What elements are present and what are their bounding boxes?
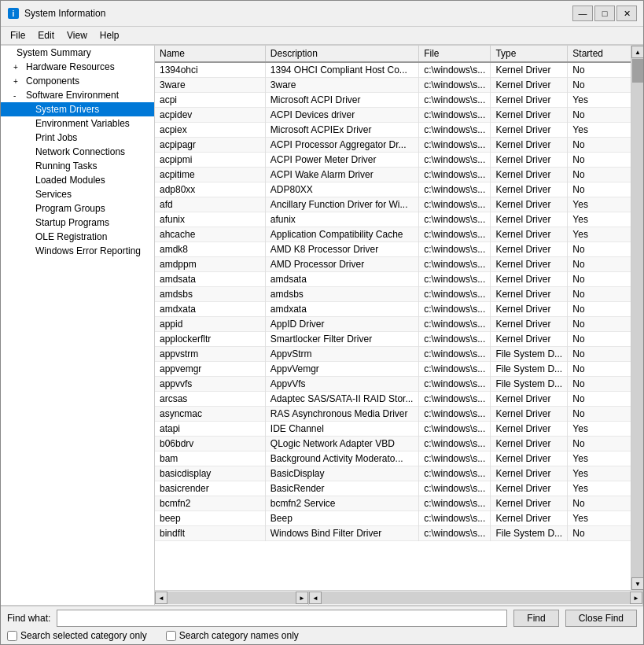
menu-file[interactable]: File — [4, 28, 31, 42]
table-row[interactable]: basicrenderBasicRenderc:\windows\s...Ker… — [155, 481, 631, 496]
menu-edit[interactable]: Edit — [31, 28, 61, 42]
cell-description: AppID Driver — [265, 317, 418, 332]
table-row[interactable]: amdsbsamdsbsc:\windows\s...Kernel Driver… — [155, 287, 631, 302]
table-row[interactable]: asyncmacRAS Asynchronous Media Driverc:\… — [155, 407, 631, 422]
cell-name: atapi — [155, 422, 265, 437]
table-row[interactable]: arcsasAdaptec SAS/SATA-II RAID Stor...c:… — [155, 392, 631, 407]
table-row[interactable]: bcmfn2bcmfn2 Servicec:\windows\s...Kerne… — [155, 496, 631, 511]
sidebar-item-system-summary[interactable]: System Summary — [1, 46, 154, 60]
sidebar-item-environment-variables[interactable]: Environment Variables — [1, 116, 154, 131]
table-row[interactable]: acpipmiACPI Power Meter Driverc:\windows… — [155, 153, 631, 168]
table-row[interactable]: acpitimeACPI Wake Alarm Driverc:\windows… — [155, 168, 631, 182]
close-button[interactable]: ✕ — [616, 6, 637, 21]
sidebar-item-network-connections[interactable]: Network Connections — [1, 145, 154, 159]
table-row[interactable]: amdsataamdsatac:\windows\s...Kernel Driv… — [155, 272, 631, 287]
table-row[interactable]: amdxataamdxatac:\windows\s...Kernel Driv… — [155, 302, 631, 317]
table-row[interactable]: bamBackground Activity Moderato...c:\win… — [155, 452, 631, 466]
sidebar-item-startup-programs[interactable]: Startup Programs — [1, 216, 154, 230]
sidebar-scroll-track[interactable] — [167, 592, 296, 604]
table-scroll-track[interactable] — [322, 592, 630, 604]
sidebar-item-windows-error-reporting[interactable]: Windows Error Reporting — [1, 244, 154, 258]
table-row[interactable]: appvvfsAppvVfsc:\windows\s...File System… — [155, 377, 631, 392]
cell-description: RAS Asynchronous Media Driver — [265, 407, 418, 422]
cell-name: ahcache — [155, 227, 265, 242]
table-scroll-right[interactable]: ► — [630, 592, 642, 604]
col-type[interactable]: Type — [491, 46, 568, 62]
scroll-track[interactable] — [631, 58, 643, 577]
sidebar-hscroll[interactable]: ◄ ► — [155, 591, 309, 605]
table-row[interactable]: applockerfltrSmartlocker Filter Driverc:… — [155, 332, 631, 347]
sidebar-item-services[interactable]: Services — [1, 187, 154, 201]
cell-name: appvemgr — [155, 362, 265, 377]
cell-type: Kernel Driver — [491, 227, 568, 242]
checkbox-category-names[interactable]: Search category names only — [166, 630, 299, 641]
scroll-thumb[interactable] — [632, 59, 643, 83]
close-find-button[interactable]: Close Find — [565, 610, 637, 627]
table-row[interactable]: appvstrmAppvStrmc:\windows\s...File Syst… — [155, 347, 631, 362]
table-row[interactable]: appvemgrAppvVemgrc:\windows\s...File Sys… — [155, 362, 631, 377]
table-hscroll[interactable]: ◄ ► — [309, 591, 643, 605]
cell-type: Kernel Driver — [491, 466, 568, 481]
table-row[interactable]: b06bdrvQLogic Network Adapter VBDc:\wind… — [155, 437, 631, 452]
table-row[interactable]: 3ware3warec:\windows\s...Kernel DriverNo — [155, 78, 631, 93]
table-row[interactable]: atapiIDE Channelc:\windows\s...Kernel Dr… — [155, 422, 631, 437]
cell-started: No — [568, 317, 631, 332]
sidebar-item-software-environment[interactable]: -Software Environment — [1, 88, 154, 102]
table-row[interactable]: appidAppID Driverc:\windows\s...Kernel D… — [155, 317, 631, 332]
checkbox-category-names-input[interactable] — [166, 631, 176, 641]
title-bar: i System Information — □ ✕ — [1, 1, 643, 27]
sidebar-item-system-drivers[interactable]: System Drivers — [1, 102, 154, 116]
vertical-scrollbar[interactable]: ▲ ▼ — [631, 46, 643, 590]
sidebar-label-system-drivers: System Drivers — [35, 104, 99, 115]
table-row[interactable]: afdAncillary Function Driver for Wi...c:… — [155, 197, 631, 212]
cell-name: beep — [155, 511, 265, 526]
cell-file: c:\windows\s... — [419, 153, 491, 168]
cell-started: No — [568, 287, 631, 302]
find-input[interactable] — [57, 610, 507, 627]
sidebar-label-running-tasks: Running Tasks — [35, 160, 98, 171]
sidebar-item-loaded-modules[interactable]: Loaded Modules — [1, 173, 154, 187]
table-row[interactable]: acpiMicrosoft ACPI Driverc:\windows\s...… — [155, 93, 631, 108]
cell-file: c:\windows\s... — [419, 78, 491, 93]
minimize-button[interactable]: — — [572, 6, 593, 21]
cell-file: c:\windows\s... — [419, 317, 491, 332]
maximize-button[interactable]: □ — [594, 6, 615, 21]
cell-type: Kernel Driver — [491, 168, 568, 182]
sidebar[interactable]: System Summary+Hardware Resources+Compon… — [1, 46, 155, 605]
sidebar-item-program-groups[interactable]: Program Groups — [1, 201, 154, 216]
cell-description: QLogic Network Adapter VBD — [265, 437, 418, 452]
checkbox-selected-category-input[interactable] — [7, 631, 17, 641]
col-name[interactable]: Name — [155, 46, 265, 62]
table-container[interactable]: Name Description File Type Started 1394o… — [155, 46, 631, 590]
table-row[interactable]: 1394ohci1394 OHCI Compliant Host Co...c:… — [155, 62, 631, 78]
table-row[interactable]: beepBeepc:\windows\s...Kernel DriverYes — [155, 511, 631, 526]
sidebar-item-components[interactable]: +Components — [1, 74, 154, 88]
table-row[interactable]: ahcacheApplication Compatibility Cachec:… — [155, 227, 631, 242]
sidebar-scroll-left[interactable]: ◄ — [155, 592, 167, 604]
table-row[interactable]: amdk8AMD K8 Processor Driverc:\windows\s… — [155, 242, 631, 257]
table-row[interactable]: bindfltWindows Bind Filter Driverc:\wind… — [155, 526, 631, 541]
sidebar-label-system-summary: System Summary — [17, 47, 91, 58]
sidebar-scroll-right[interactable]: ► — [296, 592, 308, 604]
col-description[interactable]: Description — [265, 46, 418, 62]
sidebar-item-ole-registration[interactable]: OLE Registration — [1, 230, 154, 244]
table-scroll-left[interactable]: ◄ — [309, 592, 322, 604]
sidebar-item-hardware-resources[interactable]: +Hardware Resources — [1, 60, 154, 74]
table-row[interactable]: acpipagrACPI Processor Aggregator Dr...c… — [155, 138, 631, 153]
col-file[interactable]: File — [419, 46, 491, 62]
table-row[interactable]: basicdisplayBasicDisplayc:\windows\s...K… — [155, 466, 631, 481]
table-row[interactable]: afunixafunixc:\windows\s...Kernel Driver… — [155, 212, 631, 227]
table-row[interactable]: acpidevACPI Devices driverc:\windows\s..… — [155, 108, 631, 123]
menu-help[interactable]: Help — [94, 28, 126, 42]
checkbox-selected-category[interactable]: Search selected category only — [7, 630, 147, 641]
find-button[interactable]: Find — [513, 610, 558, 627]
scroll-down-arrow[interactable]: ▼ — [631, 577, 643, 590]
sidebar-item-print-jobs[interactable]: Print Jobs — [1, 131, 154, 145]
table-row[interactable]: amdppmAMD Processor Driverc:\windows\s..… — [155, 257, 631, 272]
sidebar-item-running-tasks[interactable]: Running Tasks — [1, 159, 154, 173]
menu-view[interactable]: View — [61, 28, 94, 42]
col-started[interactable]: Started — [568, 46, 631, 62]
table-row[interactable]: adp80xxADP80XXc:\windows\s...Kernel Driv… — [155, 182, 631, 197]
scroll-up-arrow[interactable]: ▲ — [631, 46, 643, 58]
table-row[interactable]: acpiexMicrosoft ACPIEx Driverc:\windows\… — [155, 123, 631, 138]
